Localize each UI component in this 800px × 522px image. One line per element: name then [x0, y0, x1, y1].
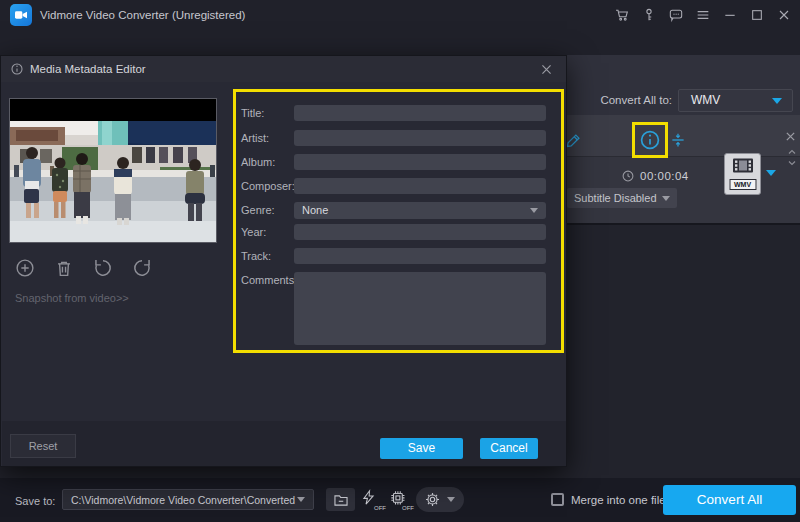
cancel-button[interactable]: Cancel: [480, 438, 538, 459]
info-icon: [10, 62, 24, 76]
media-metadata-editor-dialog: Media Metadata Editor: [0, 55, 567, 467]
clip-duration: 00:00:04: [640, 170, 689, 182]
track-label: Track:: [241, 250, 271, 262]
menu-icon[interactable]: [695, 7, 711, 23]
save-to-label: Save to:: [15, 495, 55, 507]
chevron-down-icon: [297, 497, 305, 502]
chevron-down-icon: [447, 497, 455, 502]
dialog-header: Media Metadata Editor: [1, 56, 566, 82]
title-label: Title:: [241, 107, 264, 119]
album-label: Album:: [241, 156, 275, 168]
genre-value: None: [302, 204, 328, 216]
merge-checkbox[interactable]: [551, 493, 564, 506]
chevron-down-icon: [662, 196, 670, 201]
titlebar: Vidmore Video Converter (Unregistered): [0, 0, 800, 30]
artist-label: Artist:: [241, 132, 269, 144]
vidmore-app-window: Vidmore Video Converter (Unregistered) C…: [0, 0, 800, 522]
settings-button[interactable]: [416, 487, 464, 512]
remove-file-icon[interactable]: [784, 130, 797, 143]
convert-all-to-label: Convert All to:: [576, 94, 672, 106]
edit-icon[interactable]: [565, 131, 583, 149]
subtitle-dropdown[interactable]: Subtitle Disabled: [567, 188, 677, 208]
hardware-acceleration-button[interactable]: OFF: [360, 488, 384, 511]
gear-icon: [424, 491, 441, 508]
year-input[interactable]: [294, 224, 546, 240]
comments-textarea[interactable]: [294, 272, 546, 345]
video-thumbnail: [9, 98, 217, 243]
feedback-icon[interactable]: [668, 7, 684, 23]
window-title: Vidmore Video Converter (Unregistered): [40, 9, 245, 21]
save-button[interactable]: Save: [380, 438, 463, 459]
thumbnail-toolbar: [14, 257, 153, 279]
genre-label: Genre:: [241, 204, 275, 216]
dialog-title: Media Metadata Editor: [30, 63, 146, 75]
compress-icon[interactable]: [669, 131, 687, 149]
save-path-value: C:\Vidmore\Vidmore Video Converter\Conve…: [71, 494, 295, 506]
move-down-icon[interactable]: [786, 157, 798, 169]
output-format-dropdown[interactable]: WMV: [678, 89, 793, 112]
chevron-down-icon: [530, 208, 538, 213]
snapshot-from-video-link[interactable]: Snapshot from video>>: [15, 292, 129, 304]
app-logo-icon: [10, 4, 32, 26]
open-folder-button[interactable]: [326, 488, 355, 511]
gpu-off-label: OFF: [402, 505, 414, 511]
output-format-icon[interactable]: WMV: [724, 153, 761, 195]
delete-icon[interactable]: [53, 257, 75, 279]
close-icon[interactable]: [776, 7, 792, 23]
cart-icon[interactable]: [614, 7, 630, 23]
undo-icon[interactable]: [92, 257, 114, 279]
output-format-value: WMV: [691, 93, 720, 107]
subtitle-value: Subtitle Disabled: [574, 192, 657, 204]
chevron-down-icon: [772, 98, 782, 104]
save-path-dropdown[interactable]: C:\Vidmore\Vidmore Video Converter\Conve…: [62, 489, 314, 510]
nav-tabs: [0, 30, 800, 55]
reset-button[interactable]: Reset: [10, 434, 76, 458]
album-input[interactable]: [294, 154, 546, 170]
composer-input[interactable]: [294, 178, 546, 194]
info-icon[interactable]: [638, 128, 662, 152]
genre-select[interactable]: None: [294, 202, 546, 219]
hw-off-label: OFF: [374, 505, 386, 511]
redo-icon[interactable]: [131, 257, 153, 279]
title-input[interactable]: [294, 105, 546, 121]
merge-label: Merge into one file: [571, 494, 666, 506]
format-change-arrow-icon[interactable]: [766, 170, 776, 176]
add-icon[interactable]: [14, 257, 36, 279]
clock-icon: [621, 169, 635, 183]
mall-scene-image: [10, 121, 216, 242]
gpu-acceleration-button[interactable]: OFF: [388, 488, 412, 511]
track-input[interactable]: [294, 248, 546, 264]
maximize-icon[interactable]: [749, 7, 765, 23]
titlebar-controls: [614, 0, 792, 30]
format-badge: WMV: [729, 179, 756, 190]
composer-label: Composer:: [241, 180, 295, 192]
year-label: Year:: [241, 226, 266, 238]
comments-label: Comments:: [241, 274, 297, 286]
key-icon[interactable]: [641, 7, 657, 23]
convert-all-button[interactable]: Convert All: [663, 485, 796, 515]
minimize-icon[interactable]: [722, 7, 738, 23]
artist-input[interactable]: [294, 130, 546, 146]
dialog-close-icon[interactable]: [540, 63, 553, 76]
